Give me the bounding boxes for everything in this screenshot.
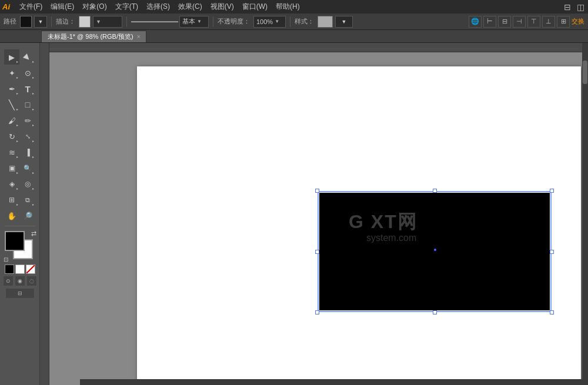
style-swatch[interactable] bbox=[318, 16, 333, 28]
opacity-value: 100% bbox=[256, 18, 273, 25]
titlebar-icon2[interactable]: ◫ bbox=[575, 2, 586, 12]
line-arrow: ▸ bbox=[16, 107, 18, 111]
menu-select[interactable]: 选择(S) bbox=[143, 1, 173, 13]
tool-pen[interactable]: ✒ ▸ bbox=[4, 81, 19, 96]
handle-bottom-right[interactable] bbox=[550, 310, 554, 314]
magic-wand-icon: ✦ bbox=[9, 69, 15, 78]
toolbar-bottom-icons2: ⊟ bbox=[5, 288, 35, 299]
black-rectangle: G XT网 system.com bbox=[319, 193, 550, 310]
tool-rotate[interactable]: ↻ ▸ bbox=[4, 129, 19, 144]
tab-close-btn[interactable]: × bbox=[137, 34, 141, 40]
menu-file[interactable]: 文件(F) bbox=[16, 1, 46, 13]
ruler-ticks-top bbox=[49, 43, 588, 51]
swatch-black[interactable] bbox=[5, 265, 14, 274]
tool-symbol[interactable]: ◎ ▸ bbox=[20, 176, 35, 192]
pencil-arrow: ▸ bbox=[32, 123, 34, 127]
handle-top-left[interactable] bbox=[315, 189, 319, 193]
style-box[interactable]: ▼ bbox=[335, 16, 353, 28]
tool-eyedropper[interactable]: 🔍 ▸ bbox=[20, 160, 35, 176]
column-graph-icon: ▐ bbox=[25, 149, 30, 156]
symbol-arrow: ▸ bbox=[32, 186, 34, 190]
toolbar-bottom-icon1[interactable]: ⊙ bbox=[3, 276, 14, 286]
swatch-slash[interactable] bbox=[26, 265, 35, 274]
tool-direct-select[interactable]: ▶ ▸ bbox=[20, 49, 35, 65]
stroke-box[interactable]: ▼ bbox=[93, 16, 122, 28]
tool-row-1: ▶ ▸ ▶ ▸ bbox=[4, 49, 35, 65]
toolbar-bottom-icon3[interactable]: ◌ bbox=[26, 276, 37, 286]
line-icon: ╲ bbox=[9, 99, 15, 111]
selected-object-wrapper[interactable]: G XT网 system.com bbox=[319, 193, 550, 310]
menu-help[interactable]: 帮助(H) bbox=[272, 1, 303, 13]
tool-lasso[interactable]: ⊙ ▸ bbox=[20, 65, 35, 81]
color-reset-icon[interactable]: ⊡ bbox=[4, 256, 8, 263]
sep1 bbox=[51, 16, 52, 27]
artboard-arrow: ▸ bbox=[16, 202, 18, 206]
document-tab[interactable]: 未标题-1* @ 98% (RGB/预览) × bbox=[41, 31, 146, 42]
opacity-dropdown[interactable]: 100% ▼ bbox=[253, 16, 286, 28]
tool-rect[interactable]: □ ▸ bbox=[20, 97, 35, 112]
vscroll-thumb[interactable] bbox=[583, 61, 587, 84]
tool-column-graph[interactable]: ▐ ▸ bbox=[20, 145, 35, 160]
handle-bottom-left[interactable] bbox=[315, 310, 319, 314]
titlebar-icon1[interactable]: ⊟ bbox=[562, 2, 573, 12]
tool-blend[interactable]: ◈ ▸ bbox=[4, 176, 19, 192]
lasso-icon: ⊙ bbox=[25, 69, 31, 78]
stroke-swatch[interactable] bbox=[79, 16, 91, 28]
tool-paintbrush[interactable]: 🖌 ▸ bbox=[4, 113, 19, 128]
tool-slice[interactable]: ⧉ ▸ bbox=[20, 192, 35, 207]
rect-arrow: ▸ bbox=[32, 107, 34, 111]
stroke-mode-dropdown[interactable]: 基本 ▼ bbox=[179, 16, 209, 28]
tool-scale[interactable]: ⤡ ▸ bbox=[20, 129, 35, 144]
path-label: 路径 bbox=[4, 17, 16, 26]
tool-warp[interactable]: ≋ ▸ bbox=[4, 145, 19, 160]
canvas-area[interactable]: G XT网 system.com bbox=[40, 43, 588, 385]
tool-type[interactable]: T ▸ bbox=[20, 81, 35, 96]
menu-type[interactable]: 文字(T) bbox=[112, 1, 142, 13]
tool-hand[interactable]: ✋ bbox=[4, 208, 19, 223]
zoom-icon: 🔎 bbox=[23, 212, 32, 220]
globe-icon-btn[interactable]: 🌐 bbox=[469, 16, 482, 28]
fill-box[interactable]: ▼ bbox=[34, 16, 47, 28]
tool-artboard[interactable]: ⊞ ▸ bbox=[4, 192, 19, 207]
center-anchor-point bbox=[434, 249, 436, 251]
magic-wand-arrow: ▸ bbox=[16, 75, 18, 79]
paintbrush-arrow: ▸ bbox=[16, 123, 18, 127]
pencil-icon: ✏ bbox=[25, 116, 31, 125]
exchange-button[interactable]: 交换 bbox=[572, 17, 584, 26]
handle-mid-right[interactable] bbox=[550, 250, 554, 254]
menu-window[interactable]: 窗口(W) bbox=[239, 1, 271, 13]
toolbar-top-spacer bbox=[5, 45, 35, 49]
align-btn3[interactable]: ⊣ bbox=[513, 16, 526, 28]
align-btn2[interactable]: ⊟ bbox=[498, 16, 511, 28]
eyedropper-icon: 🔍 bbox=[24, 165, 32, 172]
align-btn1[interactable]: ⊢ bbox=[483, 16, 496, 28]
toolbar-screen-mode[interactable]: ⊟ bbox=[5, 288, 35, 299]
toolbar-bottom-icon2[interactable]: ◉ bbox=[15, 276, 25, 286]
color-swap-icon[interactable]: ⇄ bbox=[31, 230, 36, 237]
tool-gradient[interactable]: ▣ ▸ bbox=[4, 160, 19, 176]
handle-top-center[interactable] bbox=[433, 189, 437, 193]
tool-magic-wand[interactable]: ✦ ▸ bbox=[4, 65, 19, 81]
tool-pencil[interactable]: ✏ ▸ bbox=[20, 113, 35, 128]
align-btn5[interactable]: ⊥ bbox=[542, 16, 555, 28]
fill-swatch[interactable] bbox=[20, 16, 32, 28]
vertical-scrollbar[interactable] bbox=[582, 43, 588, 385]
align-btn4[interactable]: ⊤ bbox=[527, 16, 540, 28]
menu-edit[interactable]: 编辑(E) bbox=[47, 1, 78, 13]
toolbar-bottom-icons: ⊙ ◉ ◌ bbox=[3, 276, 37, 286]
main-layout: ▶ ▸ ▶ ▸ ✦ ▸ ⊙ ▸ ✒ ▸ T bbox=[0, 43, 588, 385]
swatch-white[interactable] bbox=[15, 265, 25, 274]
menu-object[interactable]: 对象(O) bbox=[79, 1, 110, 13]
tool-select[interactable]: ▶ ▸ bbox=[4, 49, 19, 65]
handle-bottom-center[interactable] bbox=[433, 310, 437, 314]
menu-view[interactable]: 视图(V) bbox=[207, 1, 238, 13]
stroke-line-preview bbox=[131, 21, 178, 22]
horizontal-scrollbar[interactable] bbox=[80, 379, 588, 385]
handle-mid-left[interactable] bbox=[315, 250, 319, 254]
menu-effect[interactable]: 效果(C) bbox=[175, 1, 206, 13]
align-btn6[interactable]: ⊞ bbox=[557, 16, 570, 28]
handle-top-right[interactable] bbox=[550, 189, 554, 193]
tool-line[interactable]: ╲ ▸ bbox=[4, 97, 19, 112]
fg-color-swatch[interactable] bbox=[5, 231, 25, 251]
tool-zoom[interactable]: 🔎 bbox=[20, 208, 35, 223]
